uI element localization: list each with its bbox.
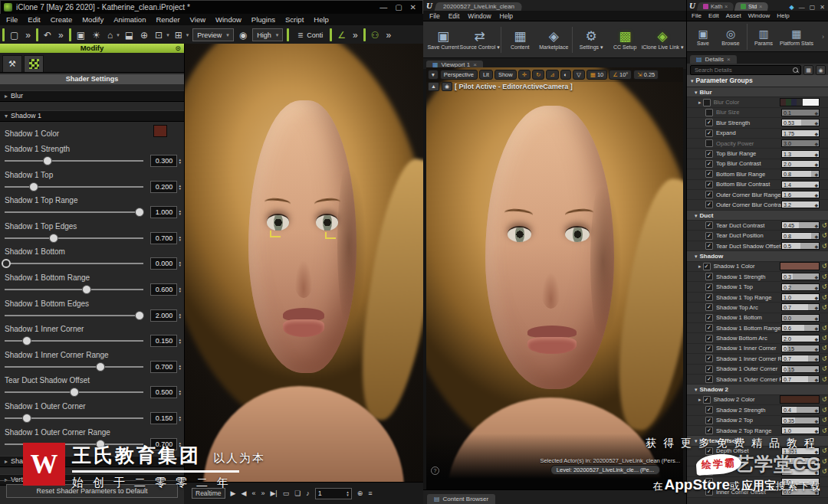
drag-handle-icon[interactable]: ◆	[814, 489, 818, 496]
overflow-chevron-icon[interactable]: ›	[822, 33, 824, 41]
spinner-icon[interactable]: ▴▾	[347, 490, 349, 496]
param-checkbox[interactable]: ✓	[705, 119, 713, 126]
param-value[interactable]: 0.150	[150, 412, 177, 424]
slider-handle[interactable]	[96, 362, 105, 371]
spinner-icon[interactable]: ▴▾	[179, 415, 181, 421]
slider-handle[interactable]	[2, 259, 11, 268]
crosshair-button[interactable]: ⊕	[357, 489, 363, 497]
drag-handle-icon[interactable]: ◆	[814, 376, 818, 383]
spinner-icon[interactable]: ▴▾	[179, 260, 181, 267]
menu-create[interactable]: Create	[51, 15, 73, 24]
param-value[interactable]: 3.0◆	[781, 139, 820, 147]
group-header-blur[interactable]: ▾Blur	[687, 87, 828, 97]
param-value[interactable]: 0.1◆	[781, 109, 820, 116]
chevron-more-icon[interactable]: »	[24, 31, 32, 40]
parameter-groups-header[interactable]: ▾Parameter Groups	[687, 75, 828, 87]
revert-icon[interactable]: ↺	[821, 294, 827, 301]
chevron-down-icon[interactable]: ▾	[117, 32, 120, 38]
close-button[interactable]: ✕	[410, 3, 416, 11]
eject-pilot-button[interactable]: ▲	[428, 82, 439, 91]
slider-track[interactable]	[5, 186, 143, 188]
content-button[interactable]: ≡Conti	[293, 29, 326, 41]
param-value[interactable]: 0.5◆	[781, 242, 820, 250]
view-mode-button[interactable]: Lit	[479, 70, 493, 80]
preview-select[interactable]: Preview▾	[192, 28, 234, 41]
ue-viewport[interactable]: ▾PerspectiveLitShow✛↻⊿◐▽▦10∠10°⇲0.25 ▲ ◉…	[426, 67, 683, 490]
menu-file[interactable]: File	[692, 12, 702, 19]
revert-icon[interactable]: ↺	[821, 222, 827, 229]
param-value[interactable]: 3.0◆	[781, 478, 820, 486]
param-checkbox[interactable]: ✓	[705, 335, 713, 342]
list-button[interactable]: ≡	[368, 489, 372, 497]
audio-button[interactable]: ♪	[306, 489, 310, 497]
new-doc-icon[interactable]: ▢	[8, 31, 20, 40]
scale-button[interactable]: ⊿	[546, 70, 558, 80]
maximize-button[interactable]: ▢	[395, 3, 402, 11]
close-tab-icon[interactable]: ×	[727, 56, 731, 63]
slider-handle[interactable]	[96, 440, 105, 449]
drag-handle-icon[interactable]: ◆	[814, 140, 818, 147]
camera-button[interactable]: ◉	[442, 82, 452, 91]
close-tab-icon[interactable]: ×	[759, 3, 762, 10]
screen-icon[interactable]: ⊡	[153, 31, 164, 40]
revert-icon[interactable]: ↺	[821, 335, 827, 342]
param-value[interactable]: 0.700	[150, 438, 177, 450]
rotate-button[interactable]: ↻	[532, 70, 544, 80]
source-control-button[interactable]: ⇄Source Control ▾	[462, 29, 498, 51]
param-value[interactable]: 1.75◆	[781, 129, 820, 137]
param-value[interactable]: 0.53◆	[781, 119, 820, 126]
param-checkbox[interactable]: ✓	[705, 283, 713, 291]
param-value[interactable]: 0.6◆	[781, 324, 820, 332]
param-value[interactable]: 0.45◆	[781, 221, 820, 229]
revert-icon[interactable]: ↺	[821, 407, 827, 414]
slider-handle[interactable]	[43, 156, 52, 165]
param-value[interactable]: ◆	[781, 457, 820, 465]
drag-handle-icon[interactable]: ◆	[814, 171, 818, 178]
iclone-viewport[interactable]	[184, 44, 423, 483]
menu-render[interactable]: Render	[156, 15, 179, 24]
revert-icon[interactable]: ↺	[821, 232, 827, 239]
home-icon[interactable]: ⌂	[106, 31, 114, 40]
param-value[interactable]: 0.300	[150, 155, 177, 167]
param-checkbox[interactable]: ✓	[705, 129, 713, 137]
color-channel-bar[interactable]	[780, 98, 820, 106]
slider-track[interactable]	[5, 443, 143, 445]
param-checkbox[interactable]: ✓	[705, 355, 713, 362]
chevron-down-icon[interactable]: ▾	[166, 32, 169, 38]
color-swatch[interactable]	[780, 395, 820, 404]
info-icon[interactable]: ⬓	[123, 31, 135, 40]
drag-handle-icon[interactable]: ◆	[814, 427, 818, 434]
menu-help[interactable]: Help	[500, 12, 513, 20]
param-checkbox[interactable]: ✓	[705, 447, 713, 455]
slider-handle[interactable]	[135, 311, 144, 320]
drag-handle-icon[interactable]: ◆	[814, 345, 818, 352]
tab-avatar[interactable]: ⚒	[2, 55, 22, 72]
drag-handle-icon[interactable]: ◆	[814, 325, 818, 332]
param-checkbox[interactable]: ✓	[705, 160, 713, 168]
asset-tab-std[interactable]: Std×	[734, 2, 769, 11]
slider-handle[interactable]	[135, 208, 144, 217]
slider-track[interactable]	[5, 211, 143, 213]
chevron-more-icon[interactable]: »	[351, 31, 360, 40]
drag-handle-icon[interactable]: ◆	[814, 273, 818, 280]
param-checkbox[interactable]: ✓	[703, 263, 711, 270]
slider-track[interactable]	[5, 160, 143, 162]
save-current-button[interactable]: ▣Save Current	[428, 29, 458, 50]
param-checkbox[interactable]: ✓	[705, 427, 713, 434]
slider-track[interactable]	[5, 263, 143, 264]
revert-icon[interactable]: ↺	[821, 355, 827, 362]
world-local-button[interactable]: ◐	[560, 70, 572, 80]
drag-handle-icon[interactable]: ◆	[814, 335, 818, 342]
slider-track[interactable]	[5, 289, 143, 290]
revert-icon[interactable]: ↺	[821, 417, 827, 424]
slider-handle[interactable]	[22, 414, 31, 423]
group-header-shadow-2[interactable]: ▾Shadow 2	[687, 385, 828, 394]
revert-icon[interactable]: ↺	[821, 365, 827, 372]
drag-handle-icon[interactable]: ◆	[814, 161, 818, 168]
menu-animation[interactable]: Animation	[113, 15, 146, 24]
play-button[interactable]: ▶	[231, 489, 236, 497]
param-value[interactable]: 0.15◆	[781, 365, 820, 373]
slider-handle[interactable]	[22, 336, 31, 345]
menu-help[interactable]: Help	[777, 12, 789, 19]
param-value[interactable]: 0.150	[150, 335, 177, 347]
